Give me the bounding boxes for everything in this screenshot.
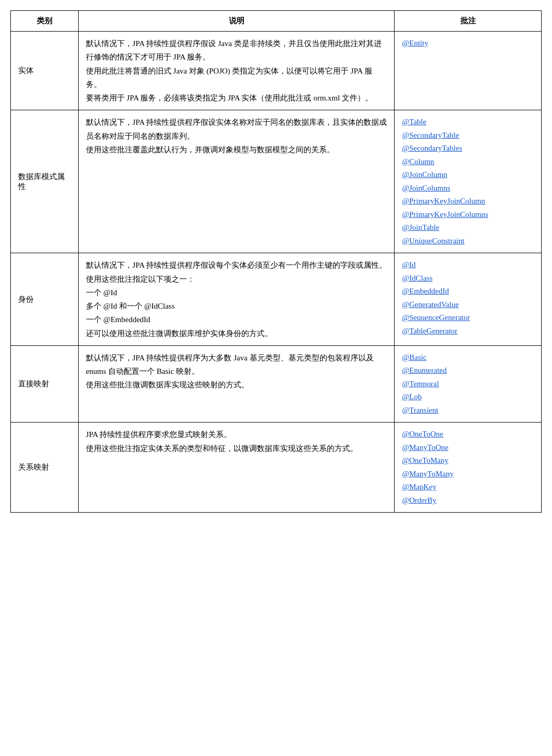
cell-category: 数据库模式属性	[11, 110, 79, 253]
table-row: 关系映射JPA 持续性提供程序要求您显式映射关系。使用这些批注指定实体关系的类型…	[11, 423, 542, 513]
annotation-link[interactable]: @SequenceGenerator	[402, 311, 534, 325]
cell-description: 默认情况下，JPA 持续性提供程序假设 Java 类是非持续类，并且仅当使用此批…	[78, 32, 395, 110]
annotation-link[interactable]: @UniqueConstraint	[402, 235, 534, 248]
annotation-link[interactable]: @TableGenerator	[402, 325, 534, 338]
annotation-link[interactable]: @ManyToOne	[402, 441, 534, 455]
jpa-annotations-table: 类别 说明 批注 实体默认情况下，JPA 持续性提供程序假设 Java 类是非持…	[10, 10, 542, 513]
cell-annotations: @OneToOne@ManyToOne@OneToMany@ManyToMany…	[395, 423, 542, 513]
cell-description: 默认情况下，JPA 持续性提供程序假设实体名称对应于同名的数据库表，且实体的数据…	[78, 110, 395, 253]
annotation-link[interactable]: @Temporal	[402, 377, 534, 391]
cell-description: 默认情况下，JPA 持续性提供程序为大多数 Java 基元类型、基元类型的包装程…	[78, 345, 395, 423]
cell-description: JPA 持续性提供程序要求您显式映射关系。使用这些批注指定实体关系的类型和特征，…	[78, 423, 395, 513]
annotation-link[interactable]: @Transient	[402, 404, 534, 417]
annotation-link[interactable]: @Enumerated	[402, 364, 534, 377]
cell-description: 默认情况下，JPA 持续性提供程序假设每个实体必须至少有一个用作主键的字段或属性…	[78, 253, 395, 346]
table-row: 直接映射默认情况下，JPA 持续性提供程序为大多数 Java 基元类型、基元类型…	[11, 345, 542, 423]
annotation-link[interactable]: @PrimaryKeyJoinColumn	[402, 195, 534, 208]
cell-category: 身份	[11, 253, 79, 346]
cell-category: 关系映射	[11, 423, 79, 513]
annotation-link[interactable]: @Basic	[402, 351, 534, 365]
header-category: 类别	[11, 11, 79, 32]
annotation-link[interactable]: @IdClass	[402, 272, 534, 285]
annotation-link[interactable]: @PrimaryKeyJoinColumns	[402, 208, 534, 222]
annotation-link[interactable]: @Lob	[402, 390, 534, 404]
annotation-link[interactable]: @SecondaryTable	[402, 129, 534, 142]
annotation-link[interactable]: @OneToMany	[402, 454, 534, 468]
annotation-link[interactable]: @GeneratedValue	[402, 298, 534, 312]
header-annotation: 批注	[395, 11, 542, 32]
table-row: 身份默认情况下，JPA 持续性提供程序假设每个实体必须至少有一个用作主键的字段或…	[11, 253, 542, 346]
annotation-link[interactable]: @JoinColumns	[402, 182, 534, 195]
cell-category: 直接映射	[11, 345, 79, 423]
annotation-link[interactable]: @Column	[402, 155, 534, 169]
annotation-link[interactable]: @ManyToMany	[402, 468, 534, 481]
cell-annotations: @Entity	[395, 32, 542, 110]
table-row: 数据库模式属性默认情况下，JPA 持续性提供程序假设实体名称对应于同名的数据库表…	[11, 110, 542, 253]
cell-annotations: @Table@SecondaryTable@SecondaryTables@Co…	[395, 110, 542, 253]
annotation-link[interactable]: @OrderBy	[402, 494, 534, 507]
annotation-link[interactable]: @SecondaryTables	[402, 142, 534, 155]
annotation-link[interactable]: @Id	[402, 258, 534, 272]
cell-category: 实体	[11, 32, 79, 110]
header-description: 说明	[78, 11, 395, 32]
annotation-link[interactable]: @MapKey	[402, 481, 534, 494]
annotation-link[interactable]: @JoinColumn	[402, 168, 534, 182]
cell-annotations: @Basic@Enumerated@Temporal@Lob@Transient	[395, 345, 542, 423]
cell-annotations: @Id@IdClass@EmbeddedId@GeneratedValue@Se…	[395, 253, 542, 346]
annotation-link[interactable]: @OneToOne	[402, 428, 534, 441]
annotation-link[interactable]: @EmbeddedId	[402, 285, 534, 298]
annotation-link[interactable]: @Table	[402, 115, 534, 129]
table-row: 实体默认情况下，JPA 持续性提供程序假设 Java 类是非持续类，并且仅当使用…	[11, 32, 542, 110]
annotation-link[interactable]: @Entity	[402, 37, 534, 50]
annotation-link[interactable]: @JoinTable	[402, 221, 534, 235]
